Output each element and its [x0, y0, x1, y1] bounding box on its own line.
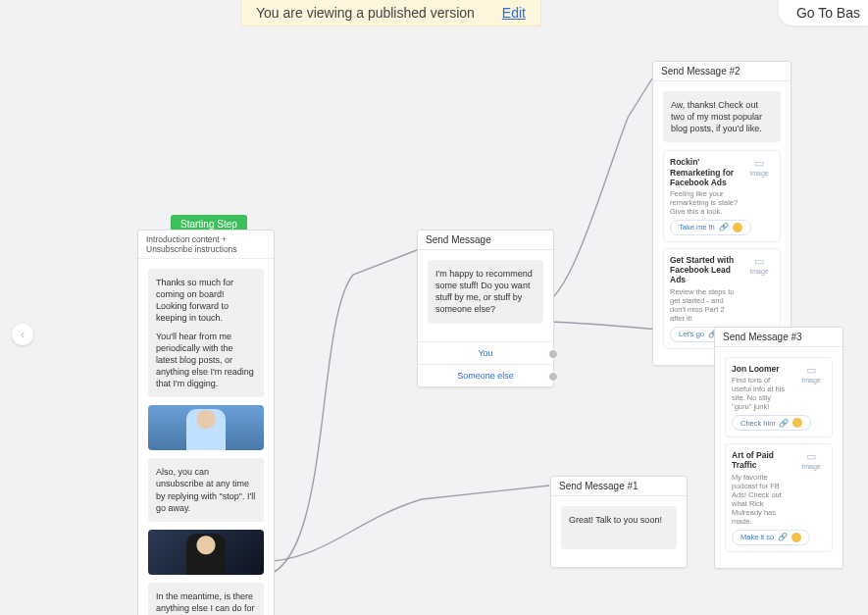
card-button[interactable]: Take me th🔗: [670, 220, 751, 235]
link-card[interactable]: Art of Paid Traffic My favorite podcast …: [725, 443, 833, 551]
node-title: Send Message: [418, 231, 553, 250]
link-card[interactable]: Rockin' Remarketing for Facebook Ads Fee…: [663, 150, 781, 242]
quick-reply-option[interactable]: Someone else: [418, 364, 553, 386]
message-bubble: Thanks so much for coming on board! Look…: [148, 269, 264, 397]
link-card[interactable]: Jon Loomer Find tons of useful info at h…: [725, 357, 833, 437]
node-title: Send Message #1: [551, 477, 687, 496]
node-send-message-2[interactable]: Send Message #2 Aw, thanks! Check out tw…: [652, 61, 791, 366]
node-send-message-1[interactable]: Send Message #1 Great! Talk to you soon!: [550, 476, 688, 568]
node-title: Send Message #3: [715, 328, 842, 347]
banner-text: You are viewing a published version: [256, 5, 475, 21]
message-bubble: Aw, thanks! Check out two of my most pop…: [663, 91, 781, 142]
link-icon: 🔗: [778, 533, 788, 541]
gif-placeholder: [148, 405, 264, 450]
connector-dot[interactable]: [548, 372, 558, 382]
node-starting-step[interactable]: Introduction content + Unsubscribe instr…: [137, 230, 275, 615]
message-bubble: In the meantime, is there anything else …: [148, 583, 264, 615]
node-send-message[interactable]: Send Message I'm happy to recommend some…: [417, 230, 554, 387]
link-icon: 🔗: [719, 223, 729, 231]
chevron-left-icon: ‹: [21, 328, 25, 341]
link-icon: 🔗: [779, 419, 789, 428]
message-bubble: Great! Talk to you soon!: [561, 506, 677, 549]
image-icon: ▭: [796, 364, 826, 377]
image-placeholder: ▭Image: [744, 255, 774, 275]
status-dot-icon: [792, 418, 802, 428]
node-send-message-3[interactable]: Send Message #3 Jon Loomer Find tons of …: [714, 327, 843, 569]
card-button[interactable]: Check him🔗: [732, 415, 811, 431]
go-to-button[interactable]: Go To Bas: [779, 0, 868, 26]
status-dot-icon: [791, 533, 801, 542]
quick-reply-option[interactable]: You: [418, 341, 553, 364]
node-subtitle: Introduction content + Unsubscribe instr…: [138, 231, 274, 259]
message-bubble: I'm happy to recommend some stuff! Do yo…: [428, 260, 543, 324]
gif-placeholder: [148, 530, 264, 575]
image-icon: ▭: [744, 157, 774, 170]
image-placeholder: ▭Image: [796, 450, 826, 470]
image-placeholder: ▭Image: [796, 364, 826, 384]
node-title: Send Message #2: [653, 62, 791, 81]
edit-link[interactable]: Edit: [502, 5, 526, 21]
image-icon: ▭: [796, 450, 826, 463]
image-placeholder: ▭Image: [744, 157, 774, 177]
status-dot-icon: [733, 223, 742, 232]
message-bubble: Also, you can unsubscribe at any time by…: [148, 458, 264, 522]
image-icon: ▭: [744, 255, 774, 268]
card-button[interactable]: Make it so🔗: [732, 530, 810, 545]
published-banner: You are viewing a published version Edit: [240, 0, 541, 26]
connector-dot[interactable]: [548, 349, 558, 359]
prev-arrow-button[interactable]: ‹: [12, 324, 33, 345]
